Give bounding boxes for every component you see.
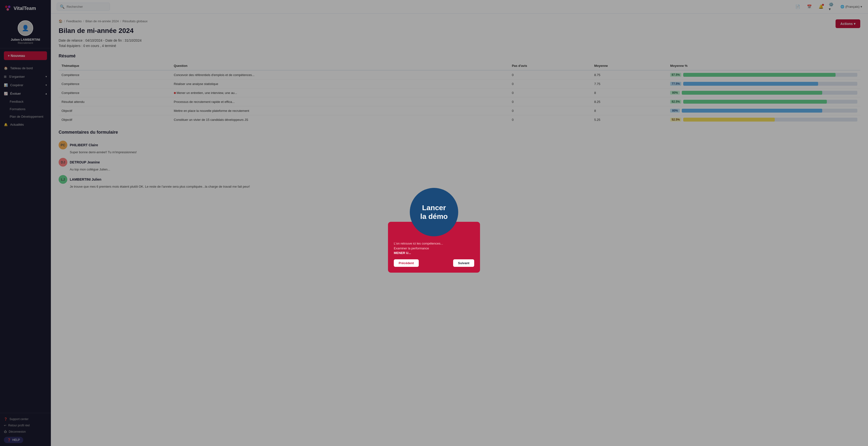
demo-text-1: L'on retrouve ici les compétences... xyxy=(394,242,443,245)
demo-overlay[interactable]: Lancerla démo L'on retrouve ici les comp… xyxy=(0,0,868,446)
demo-modal: Lancerla démo L'on retrouve ici les comp… xyxy=(383,173,485,273)
demo-buttons: Précédent Suivant xyxy=(394,259,474,267)
demo-highlight: MENER U... xyxy=(394,251,411,255)
demo-circle: Lancerla démo xyxy=(410,188,458,236)
demo-next-button[interactable]: Suivant xyxy=(453,259,474,267)
demo-circle-text: Lancerla démo xyxy=(420,203,447,221)
demo-prev-button[interactable]: Précédent xyxy=(394,259,419,267)
demo-text-2: Examiner la performance xyxy=(394,247,429,250)
demo-card-content: L'on retrouve ici les compétences... Exa… xyxy=(394,241,474,255)
